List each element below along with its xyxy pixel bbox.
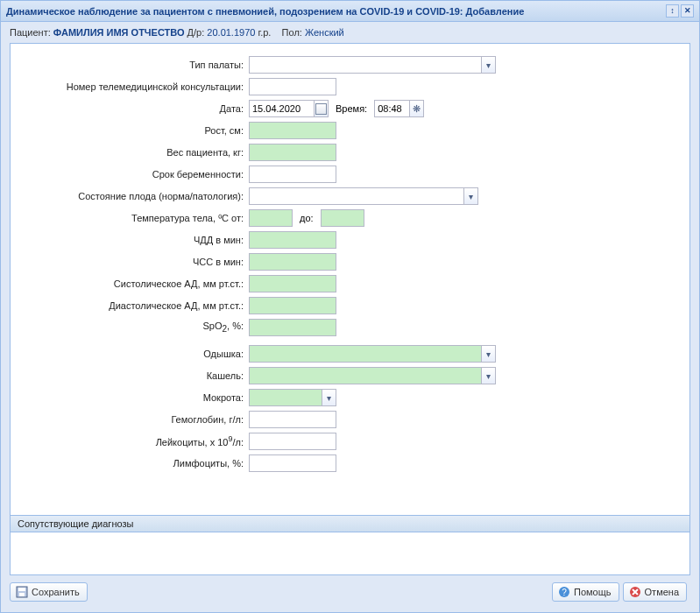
cancel-button[interactable]: Отмена bbox=[623, 582, 687, 602]
sbp-input[interactable] bbox=[249, 275, 336, 292]
form-area: Тип палаты: ▾ Номер телемедицинской конс… bbox=[10, 43, 690, 575]
gestation-input[interactable] bbox=[249, 166, 336, 183]
patient-bar: Пациент: ФАМИЛИЯ ИМЯ ОТЧЕСТВО Д/р: 20.01… bbox=[1, 22, 699, 43]
sputum-label: Мокрота: bbox=[23, 392, 249, 404]
dob-value: 20.01.1970 bbox=[207, 27, 255, 38]
time-field[interactable]: ❋ bbox=[374, 100, 424, 117]
hb-input[interactable] bbox=[249, 411, 336, 428]
patient-label: Пациент: bbox=[10, 27, 51, 38]
date-input[interactable] bbox=[249, 100, 314, 117]
fetus-state-combo[interactable]: ▾ bbox=[249, 187, 478, 205]
time-picker-icon[interactable]: ❋ bbox=[409, 100, 424, 117]
sputum-combo[interactable]: ▾ bbox=[249, 389, 336, 406]
dyspnea-trigger[interactable]: ▾ bbox=[481, 345, 496, 363]
hb-label: Гемоглобин, г/л: bbox=[23, 414, 249, 426]
lymph-input[interactable] bbox=[249, 454, 336, 472]
temp-label: Температура тела, ⁰С от: bbox=[23, 213, 249, 224]
fetus-state-input[interactable] bbox=[249, 187, 463, 205]
rr-input[interactable] bbox=[249, 231, 336, 249]
sex-label: Пол: bbox=[282, 27, 302, 38]
telemed-label: Номер телемедицинской консультации: bbox=[23, 81, 249, 93]
sbp-label: Систолическое АД, мм рт.ст.: bbox=[23, 278, 249, 290]
dbp-label: Диастолическое АД, мм рт.ст.: bbox=[23, 300, 249, 312]
fetus-state-label: Состояние плода (норма/патология): bbox=[23, 191, 249, 202]
dob-label: Д/р: bbox=[187, 27, 205, 38]
sputum-trigger[interactable]: ▾ bbox=[322, 389, 336, 406]
time-label: Время: bbox=[329, 103, 374, 114]
sex-value: Женский bbox=[305, 27, 344, 38]
help-icon: ? bbox=[558, 586, 570, 598]
svg-rect-1 bbox=[18, 588, 25, 591]
collapse-icon[interactable]: ↕ bbox=[666, 4, 679, 18]
help-button[interactable]: ? Помощь bbox=[552, 582, 619, 602]
save-icon bbox=[16, 586, 28, 598]
save-button-label: Сохранить bbox=[32, 587, 80, 597]
help-button-label: Помощь bbox=[574, 587, 612, 597]
ward-type-trigger[interactable]: ▾ bbox=[481, 56, 496, 74]
date-label: Дата: bbox=[23, 103, 249, 115]
ward-type-input[interactable] bbox=[249, 56, 481, 74]
cancel-button-label: Отмена bbox=[645, 587, 679, 597]
diag-panel-header[interactable]: Сопутствующие диагнозы bbox=[11, 515, 689, 532]
patient-name: ФАМИЛИЯ ИМЯ ОТЧЕСТВО bbox=[53, 27, 185, 38]
cough-trigger[interactable]: ▾ bbox=[481, 367, 496, 384]
save-button[interactable]: Сохранить bbox=[10, 582, 88, 602]
sputum-input[interactable] bbox=[249, 389, 322, 406]
ward-type-combo[interactable]: ▾ bbox=[249, 56, 496, 74]
ward-type-label: Тип палаты: bbox=[23, 60, 249, 71]
temp-to-input[interactable] bbox=[321, 209, 364, 227]
telemed-input[interactable] bbox=[249, 78, 336, 95]
rr-label: ЧДД в мин: bbox=[23, 235, 249, 246]
weight-input[interactable] bbox=[249, 144, 336, 161]
date-picker-icon[interactable] bbox=[314, 100, 329, 117]
window-title: Динамическое наблюдение за пациентом с п… bbox=[6, 6, 664, 17]
height-label: Рост, см: bbox=[23, 125, 249, 137]
bottom-bar: Сохранить ? Помощь Отмена bbox=[10, 579, 690, 605]
dbp-input[interactable] bbox=[249, 297, 336, 314]
cough-label: Кашель: bbox=[23, 370, 249, 382]
svg-rect-2 bbox=[19, 593, 25, 596]
dyspnea-label: Одышка: bbox=[23, 349, 249, 360]
titlebar: Динамическое наблюдение за пациентом с п… bbox=[1, 1, 699, 22]
time-input[interactable] bbox=[374, 100, 409, 117]
diag-panel-body bbox=[11, 532, 689, 574]
lymph-label: Лимфоциты, %: bbox=[23, 458, 249, 469]
wbc-input[interactable] bbox=[249, 433, 336, 450]
form-scroll[interactable]: Тип палаты: ▾ Номер телемедицинской конс… bbox=[11, 44, 689, 515]
dyspnea-combo[interactable]: ▾ bbox=[249, 345, 496, 363]
close-icon[interactable]: ✕ bbox=[681, 4, 694, 18]
svg-text:?: ? bbox=[562, 588, 567, 597]
hr-input[interactable] bbox=[249, 253, 336, 271]
gestation-label: Срок беременности: bbox=[23, 169, 249, 180]
window: Динамическое наблюдение за пациентом с п… bbox=[0, 0, 700, 613]
fetus-state-trigger[interactable]: ▾ bbox=[463, 187, 478, 205]
spo2-input[interactable] bbox=[249, 319, 336, 336]
hr-label: ЧСС в мин: bbox=[23, 257, 249, 268]
temp-to-label: до: bbox=[293, 213, 321, 223]
date-field[interactable] bbox=[249, 100, 329, 117]
height-input[interactable] bbox=[249, 122, 336, 139]
dyspnea-input[interactable] bbox=[249, 345, 481, 363]
weight-label: Вес пациента, кг: bbox=[23, 147, 249, 159]
cancel-icon bbox=[629, 586, 641, 598]
cough-input[interactable] bbox=[249, 367, 481, 384]
temp-from-input[interactable] bbox=[249, 209, 293, 227]
spo2-label: SpO2, %: bbox=[23, 321, 249, 335]
cough-combo[interactable]: ▾ bbox=[249, 367, 496, 384]
dob-suffix: г.р. bbox=[258, 27, 271, 38]
wbc-label: Лейкоциты, х 109/л: bbox=[23, 434, 249, 447]
